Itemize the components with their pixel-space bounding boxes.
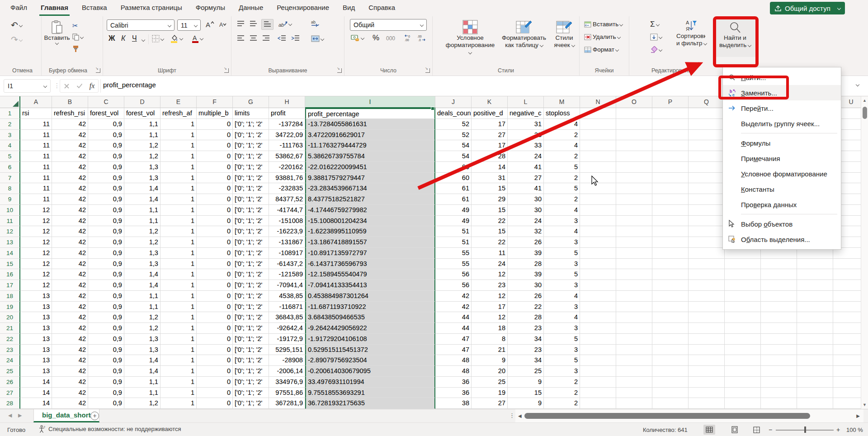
orientation-button[interactable]: ab: [278, 20, 292, 28]
cell-Q24[interactable]: [689, 355, 725, 366]
cell-B15[interactable]: 42: [52, 259, 88, 270]
cell-M22[interactable]: 5: [544, 334, 580, 345]
cell-F22[interactable]: 0: [197, 334, 233, 345]
cell-K4[interactable]: 17: [472, 140, 508, 151]
cell-H9[interactable]: 84377,52: [269, 194, 305, 205]
cell-F3[interactable]: 0: [197, 130, 233, 141]
cell-B28[interactable]: 42: [52, 398, 88, 409]
cell-E4[interactable]: 1: [160, 140, 197, 151]
cell-G27[interactable]: ['0'; '1'; '2': [233, 388, 269, 398]
cell-K8[interactable]: 15: [472, 183, 508, 194]
cell-T25[interactable]: [797, 366, 833, 377]
cell-D17[interactable]: 1,4: [124, 280, 160, 291]
cell-P8[interactable]: [652, 183, 689, 194]
sort-filter-button[interactable]: АЯ Сортировка и фильтр: [676, 19, 706, 47]
cell-P17[interactable]: [652, 280, 689, 291]
cell-N3[interactable]: [580, 130, 616, 141]
cell-F7[interactable]: 0: [197, 173, 233, 184]
row-header-15[interactable]: 15: [0, 259, 20, 270]
fill-handle[interactable]: [431, 107, 434, 110]
cell-G10[interactable]: ['0'; '1'; '2': [233, 205, 269, 216]
cell-H25[interactable]: -2006,14: [269, 366, 305, 377]
cell-P16[interactable]: [652, 269, 689, 280]
cell-C7[interactable]: 0,9: [88, 173, 124, 184]
cell-J27[interactable]: 36: [435, 388, 472, 398]
cell-N9[interactable]: [580, 194, 616, 205]
cell-A6[interactable]: 11: [20, 162, 52, 173]
zoom-level[interactable]: 100 %: [846, 427, 863, 433]
cell-G17[interactable]: ['0'; '1'; '2': [233, 280, 269, 291]
cell-E13[interactable]: 1: [160, 237, 197, 248]
row-header-24[interactable]: 24: [0, 355, 20, 366]
cell-C16[interactable]: 0,9: [88, 269, 124, 280]
cell-H8[interactable]: -232835: [269, 183, 305, 194]
cell-N6[interactable]: [580, 162, 616, 173]
cell-J14[interactable]: 55: [435, 248, 472, 259]
cell-I10[interactable]: -4.17446759279982: [305, 205, 435, 216]
cell-S18[interactable]: [761, 291, 797, 302]
cell-P25[interactable]: [652, 366, 689, 377]
cell-F18[interactable]: 0: [197, 291, 233, 302]
cell-B26[interactable]: 42: [52, 377, 88, 388]
column-header-D[interactable]: D: [124, 96, 160, 108]
cell-P14[interactable]: [652, 248, 689, 259]
cell-Q22[interactable]: [689, 334, 725, 345]
menu-item-data-validation[interactable]: Проверка данных: [723, 197, 841, 212]
cell-K2[interactable]: 17: [472, 119, 508, 130]
row-header-7[interactable]: 7: [0, 173, 20, 184]
column-header-H[interactable]: H: [269, 96, 305, 108]
cell-Q1[interactable]: [689, 108, 725, 119]
share-button[interactable]: Общий доступ: [770, 2, 845, 14]
cell-A10[interactable]: 12: [20, 205, 52, 216]
cell-I28[interactable]: 36.7281932175635: [305, 398, 435, 409]
paste-button[interactable]: Вставить: [45, 20, 69, 44]
cell-L17[interactable]: 30: [508, 280, 544, 291]
cell-N16[interactable]: [580, 269, 616, 280]
cell-K14[interactable]: 11: [472, 248, 508, 259]
cell-P10[interactable]: [652, 205, 689, 216]
cell-G25[interactable]: ['0'; '1'; '2': [233, 366, 269, 377]
cell-S21[interactable]: [761, 323, 797, 334]
cell-J21[interactable]: 44: [435, 323, 472, 334]
cell-P24[interactable]: [652, 355, 689, 366]
cell-T15[interactable]: [797, 259, 833, 270]
cell-C22[interactable]: 0,9: [88, 334, 124, 345]
ribbon-tab-review[interactable]: Рецензирование: [270, 0, 336, 16]
format-cells-button[interactable]: Формат: [584, 46, 618, 53]
cell-F5[interactable]: 0: [197, 151, 233, 162]
cell-N25[interactable]: [580, 366, 616, 377]
row-header-11[interactable]: 11: [0, 216, 20, 227]
scroll-down-icon[interactable]: ▼: [863, 403, 867, 407]
cell-M9[interactable]: 2: [544, 194, 580, 205]
cell-D25[interactable]: 1,4: [124, 366, 160, 377]
cell-M20[interactable]: 4: [544, 312, 580, 323]
menu-item-conditional-formatting[interactable]: Условное форматирование: [723, 166, 841, 181]
cell-F15[interactable]: 0: [197, 259, 233, 270]
cell-I26[interactable]: 33.4976931101994: [305, 377, 435, 388]
row-header-25[interactable]: 25: [0, 366, 20, 377]
cell-K27[interactable]: 19: [472, 388, 508, 398]
cell-L4[interactable]: 33: [508, 140, 544, 151]
cell-J26[interactable]: 36: [435, 377, 472, 388]
row-header-20[interactable]: 20: [0, 312, 20, 323]
redo-button[interactable]: ↷: [11, 34, 22, 45]
cell-L18[interactable]: 26: [508, 291, 544, 302]
cell-H2[interactable]: -137284: [269, 119, 305, 130]
cell-E18[interactable]: 1: [160, 291, 197, 302]
cell-D1[interactable]: forest_vol: [124, 108, 160, 119]
cell-G21[interactable]: ['0'; '1'; '2': [233, 323, 269, 334]
cell-F23[interactable]: 0: [197, 345, 233, 355]
cell-S28[interactable]: [761, 398, 797, 409]
cell-O28[interactable]: [616, 398, 652, 409]
cell-N17[interactable]: [580, 280, 616, 291]
cell-Q23[interactable]: [689, 345, 725, 355]
increase-decimal-button[interactable]: 0.00: [404, 34, 413, 42]
cell-E20[interactable]: 1: [160, 312, 197, 323]
cell-H4[interactable]: -111763: [269, 140, 305, 151]
cell-B10[interactable]: 42: [52, 205, 88, 216]
cell-D12[interactable]: 1,2: [124, 226, 160, 237]
cell-H6[interactable]: -220162: [269, 162, 305, 173]
column-header-L[interactable]: L: [508, 96, 544, 108]
cell-B19[interactable]: 42: [52, 302, 88, 313]
shrink-font-button[interactable]: А: [219, 20, 228, 29]
